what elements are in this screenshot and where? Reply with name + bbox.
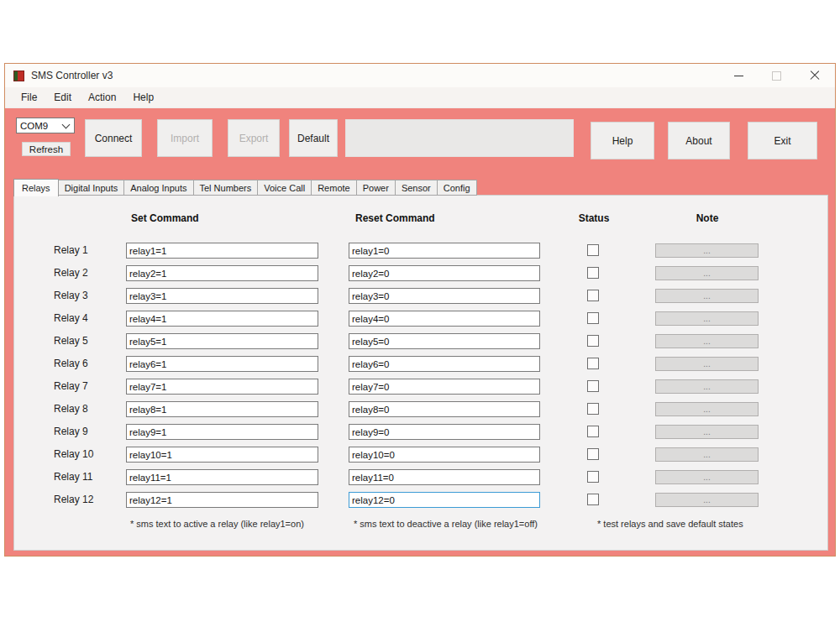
help-button[interactable]: Help [591,122,654,159]
tab-voice-call[interactable]: Voice Call [258,180,312,196]
note-button[interactable]: ... [655,470,759,484]
tab-relays[interactable]: Relays [13,179,59,196]
refresh-button[interactable]: Refresh [22,142,71,156]
set-command-input[interactable] [126,356,318,372]
reset-command-input[interactable] [349,288,540,304]
table-row: Relay 4 ... [14,311,827,327]
exit-button[interactable]: Exit [748,122,817,159]
note-button[interactable]: ... [655,289,759,303]
table-row: Relay 11 ... [14,469,827,485]
maximize-icon [772,71,781,81]
window-controls [720,64,833,87]
set-command-input[interactable] [126,401,318,417]
app-icon [13,71,24,81]
reset-command-header: Reset Command [355,212,435,224]
reset-command-input[interactable] [349,379,540,395]
reset-footnote: * sms text to deactive a relay (like rel… [354,519,538,529]
tab-sensor[interactable]: Sensor [396,180,438,196]
close-button[interactable] [795,64,833,87]
status-checkbox[interactable] [587,244,599,256]
set-command-input[interactable] [126,288,318,304]
status-checkbox[interactable] [587,494,599,505]
note-button[interactable]: ... [655,243,759,258]
reset-command-input[interactable] [349,356,540,372]
tab-tel-numbers[interactable]: Tel Numbers [194,180,259,196]
status-checkbox[interactable] [587,358,599,369]
status-checkbox[interactable] [587,448,599,460]
reset-command-input[interactable] [349,447,540,463]
relay-label: Relay 4 [54,311,88,327]
reset-command-input[interactable] [349,401,540,417]
relay-label: Relay 3 [54,288,88,304]
tab-analog-inputs[interactable]: Analog Inputs [124,180,193,196]
note-button[interactable]: ... [655,379,759,394]
set-command-header: Set Command [131,212,199,224]
reset-command-input[interactable] [349,492,540,508]
tab-config[interactable]: Config [438,180,477,196]
status-checkbox[interactable] [587,426,599,437]
tab-remote[interactable]: Remote [312,180,357,196]
note-button[interactable]: ... [655,334,759,348]
table-row: Relay 8 ... [14,401,827,417]
set-command-input[interactable] [126,492,318,508]
set-command-input[interactable] [126,243,318,259]
status-checkbox[interactable] [587,380,599,392]
note-button[interactable]: ... [655,447,759,462]
status-checkbox[interactable] [587,403,599,415]
menu-item-action[interactable]: Action [80,87,124,107]
note-button[interactable]: ... [655,311,759,326]
close-icon [810,71,820,81]
com-port-value: COM9 [20,121,48,131]
table-row: Relay 9 ... [14,424,827,440]
table-row: Relay 2 ... [14,265,827,281]
relay-label: Relay 8 [54,401,88,417]
set-command-input[interactable] [126,333,318,349]
menu-item-help[interactable]: Help [124,87,162,107]
set-command-input[interactable] [126,379,318,395]
table-row: Relay 6 ... [14,356,827,372]
status-checkbox[interactable] [587,290,599,301]
relay-label: Relay 11 [54,469,92,485]
table-row: Relay 5 ... [14,333,827,349]
reset-command-input[interactable] [349,311,540,327]
tab-digital-inputs[interactable]: Digital Inputs [59,180,125,196]
note-button[interactable]: ... [655,493,759,507]
minimize-button[interactable] [720,64,758,87]
reset-command-input[interactable] [349,265,540,281]
relay-rows: Relay 1 ... Relay 2 ... Relay 3 ... Rela… [14,243,827,515]
status-checkbox[interactable] [587,312,599,324]
note-button[interactable]: ... [655,425,759,439]
default-button[interactable]: Default [289,119,338,157]
status-header: Status [564,212,623,224]
set-command-input[interactable] [126,311,318,327]
set-command-input[interactable] [126,424,318,440]
note-button[interactable]: ... [655,357,759,371]
reset-command-input[interactable] [349,333,540,349]
set-command-input[interactable] [126,447,318,463]
maximize-button [758,64,795,87]
com-port-select[interactable]: COM9 [16,118,75,133]
app-window: SMS Controller v3 FileEditActionHelp COM… [4,63,836,557]
title-bar[interactable]: SMS Controller v3 [5,64,835,87]
status-checkbox[interactable] [587,471,599,483]
status-checkbox[interactable] [587,267,599,279]
connect-button[interactable]: Connect [85,119,142,157]
set-command-input[interactable] [126,469,318,485]
reset-command-input[interactable] [349,424,540,440]
table-row: Relay 10 ... [14,447,827,463]
menu-item-file[interactable]: File [13,87,45,107]
reset-command-input[interactable] [349,243,540,259]
relays-tab-panel: Set Command Reset Command Status Note Re… [13,195,828,551]
about-button[interactable]: About [668,122,730,159]
import-button: Import [157,119,213,157]
menu-item-edit[interactable]: Edit [45,87,80,107]
relay-label: Relay 5 [54,333,88,349]
status-checkbox[interactable] [587,335,599,347]
relay-label: Relay 7 [54,379,88,395]
tab-power[interactable]: Power [357,180,396,196]
reset-command-input[interactable] [349,469,540,485]
note-button[interactable]: ... [655,266,759,280]
table-row: Relay 3 ... [14,288,827,304]
note-button[interactable]: ... [655,402,759,416]
set-command-input[interactable] [126,265,318,281]
